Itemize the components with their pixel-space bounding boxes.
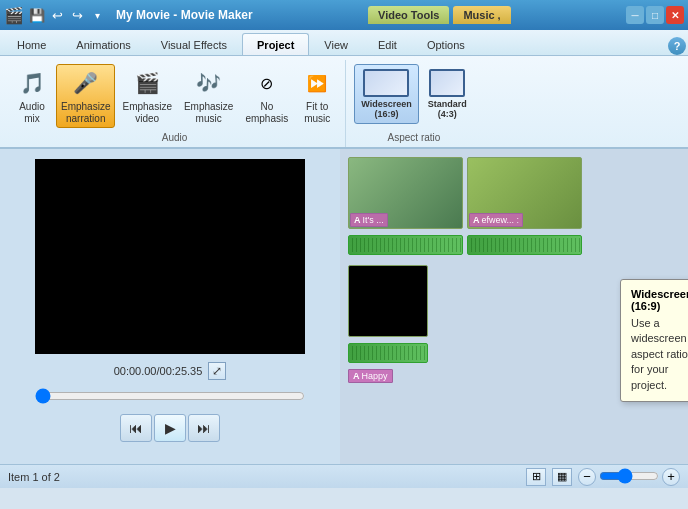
tab-music[interactable]: Music , bbox=[453, 6, 510, 24]
audio-clip-3 bbox=[348, 343, 428, 363]
emphasize-narration-button[interactable]: 🎤 Emphasizenarration bbox=[56, 64, 115, 128]
widescreen-label: Widescreen(16:9) bbox=[361, 99, 411, 119]
emphasize-video-label: Emphasizevideo bbox=[122, 101, 171, 125]
window-title: My Movie - Movie Maker bbox=[116, 8, 253, 22]
split-view-button[interactable]: ⊞ bbox=[526, 468, 546, 486]
widescreen-icon bbox=[363, 69, 409, 97]
standard-label: Standard(4:3) bbox=[428, 99, 467, 119]
standard-button[interactable]: Standard(4:3) bbox=[421, 64, 474, 124]
title-bar: 🎬 💾 ↩ ↪ ▾ My Movie - Movie Maker Video T… bbox=[0, 0, 688, 30]
audio-clip-1 bbox=[348, 235, 463, 255]
ribbon: 🎵 Audiomix 🎤 Emphasizenarration 🎬 Emphas… bbox=[0, 56, 688, 149]
fit-to-music-icon: ⏩ bbox=[301, 67, 333, 99]
emphasize-music-button[interactable]: 🎶 Emphasizemusic bbox=[179, 64, 238, 128]
ribbon-group-audio: 🎵 Audiomix 🎤 Emphasizenarration 🎬 Emphas… bbox=[4, 60, 346, 147]
tab-home[interactable]: Home bbox=[2, 33, 61, 55]
clip-3[interactable] bbox=[348, 265, 428, 337]
tab-video-tools[interactable]: Video Tools bbox=[368, 6, 449, 24]
main-area: 00:00.00/00:25.35 ⤢ ⏮ ▶ ⏭ A It's ... bbox=[0, 149, 688, 464]
no-emphasis-label: Noemphasis bbox=[245, 101, 288, 125]
fit-to-music-button[interactable]: ⏩ Fit tomusic bbox=[295, 64, 339, 128]
audio-mix-label: Audiomix bbox=[19, 101, 45, 125]
clip-1[interactable]: A It's ... bbox=[348, 157, 463, 229]
help-button[interactable]: ? bbox=[668, 37, 686, 55]
minimize-button[interactable]: ─ bbox=[626, 6, 644, 24]
zoom-slider-input[interactable] bbox=[599, 471, 659, 481]
time-display: 00:00.00/00:25.35 bbox=[114, 365, 203, 377]
tab-edit[interactable]: Edit bbox=[363, 33, 412, 55]
audio-mix-icon: 🎵 bbox=[16, 67, 48, 99]
tab-animations[interactable]: Animations bbox=[61, 33, 145, 55]
aspect-group-label: Aspect ratio bbox=[388, 128, 441, 143]
clip-2-label-text: efwew... : bbox=[482, 215, 520, 225]
clip-3-thumbnail bbox=[348, 265, 428, 337]
ribbon-tabs: Home Animations Visual Effects Project V… bbox=[0, 30, 688, 56]
standard-icon bbox=[429, 69, 465, 97]
clip-1-label-a: A bbox=[354, 215, 361, 225]
aspect-buttons: Widescreen(16:9) Standard(4:3) bbox=[354, 60, 473, 128]
zoom-slider[interactable] bbox=[599, 471, 659, 483]
fit-to-music-label: Fit tomusic bbox=[304, 101, 330, 125]
audio-row-1 bbox=[348, 235, 680, 255]
no-emphasis-icon: ⊘ bbox=[251, 67, 283, 99]
emphasize-video-icon: 🎬 bbox=[131, 67, 163, 99]
maximize-button[interactable]: □ bbox=[646, 6, 664, 24]
emphasize-video-button[interactable]: 🎬 Emphasizevideo bbox=[117, 64, 176, 128]
app-icon: 🎬 bbox=[4, 6, 24, 25]
clip-3-label-text: Happy bbox=[362, 371, 388, 381]
tooltip-body: Use a widescreen aspect ratio for your p… bbox=[631, 316, 688, 393]
status-bar: Item 1 of 2 ⊞ ▦ − + bbox=[0, 464, 688, 488]
next-frame-button[interactable]: ⏭ bbox=[188, 414, 220, 442]
clip-2[interactable]: A efwew... : bbox=[467, 157, 582, 229]
ribbon-group-aspect: Widescreen(16:9) Standard(4:3) Aspect ra… bbox=[348, 60, 479, 147]
title-left: 🎬 💾 ↩ ↪ ▾ My Movie - Movie Maker bbox=[4, 6, 253, 25]
audio-group-label: Audio bbox=[162, 128, 188, 143]
audio-clip-2 bbox=[467, 235, 582, 255]
clip-2-label-a: A bbox=[473, 215, 480, 225]
preview-time: 00:00.00/00:25.35 ⤢ bbox=[114, 362, 227, 380]
play-button[interactable]: ▶ bbox=[154, 414, 186, 442]
preview-seekbar[interactable] bbox=[35, 388, 305, 406]
emphasize-music-icon: 🎶 bbox=[193, 67, 225, 99]
dropdown-icon[interactable]: ▾ bbox=[88, 6, 106, 24]
zoom-in-button[interactable]: + bbox=[662, 468, 680, 486]
quick-access: 💾 ↩ ↪ ▾ bbox=[28, 6, 106, 24]
close-button[interactable]: ✕ bbox=[666, 6, 684, 24]
tab-options[interactable]: Options bbox=[412, 33, 480, 55]
preview-panel: 00:00.00/00:25.35 ⤢ ⏮ ▶ ⏭ bbox=[0, 149, 340, 464]
preview-screen bbox=[35, 159, 305, 354]
status-right: ⊞ ▦ − + bbox=[526, 468, 680, 486]
storyboard-panel: A It's ... A efwew... : bbox=[340, 149, 688, 464]
clip-2-label: A efwew... : bbox=[469, 213, 523, 227]
emphasize-narration-icon: 🎤 bbox=[70, 67, 102, 99]
title-tabs: Video Tools Music , bbox=[368, 6, 511, 24]
emphasize-narration-label: Emphasizenarration bbox=[61, 101, 110, 125]
window-controls: ─ □ ✕ bbox=[626, 6, 684, 24]
clip-3-label-a: A bbox=[353, 371, 360, 381]
tab-visual-effects[interactable]: Visual Effects bbox=[146, 33, 242, 55]
redo-icon[interactable]: ↪ bbox=[68, 6, 86, 24]
no-emphasis-button[interactable]: ⊘ Noemphasis bbox=[240, 64, 293, 128]
tooltip-title: Widescreen (16:9) bbox=[631, 288, 688, 312]
seekbar-input[interactable] bbox=[35, 388, 305, 404]
storyboard-view-button[interactable]: ▦ bbox=[552, 468, 572, 486]
save-icon[interactable]: 💾 bbox=[28, 6, 46, 24]
storyboard-row-1: A It's ... A efwew... : bbox=[348, 157, 680, 229]
clip-3-label: A Happy bbox=[348, 369, 393, 383]
prev-frame-button[interactable]: ⏮ bbox=[120, 414, 152, 442]
tooltip: Widescreen (16:9) Use a widescreen aspec… bbox=[620, 279, 688, 402]
zoom-controls: − + bbox=[578, 468, 680, 486]
status-text: Item 1 of 2 bbox=[8, 471, 60, 483]
widescreen-button[interactable]: Widescreen(16:9) bbox=[354, 64, 418, 124]
clip-1-label-text: It's ... bbox=[363, 215, 384, 225]
undo-icon[interactable]: ↩ bbox=[48, 6, 66, 24]
tab-project[interactable]: Project bbox=[242, 33, 309, 55]
audio-mix-button[interactable]: 🎵 Audiomix bbox=[10, 64, 54, 128]
expand-time-button[interactable]: ⤢ bbox=[208, 362, 226, 380]
audio-buttons: 🎵 Audiomix 🎤 Emphasizenarration 🎬 Emphas… bbox=[10, 60, 339, 128]
zoom-out-button[interactable]: − bbox=[578, 468, 596, 486]
preview-controls: ⏮ ▶ ⏭ bbox=[120, 414, 220, 442]
clip-1-label: A It's ... bbox=[350, 213, 388, 227]
emphasize-music-label: Emphasizemusic bbox=[184, 101, 233, 125]
tab-view[interactable]: View bbox=[309, 33, 363, 55]
